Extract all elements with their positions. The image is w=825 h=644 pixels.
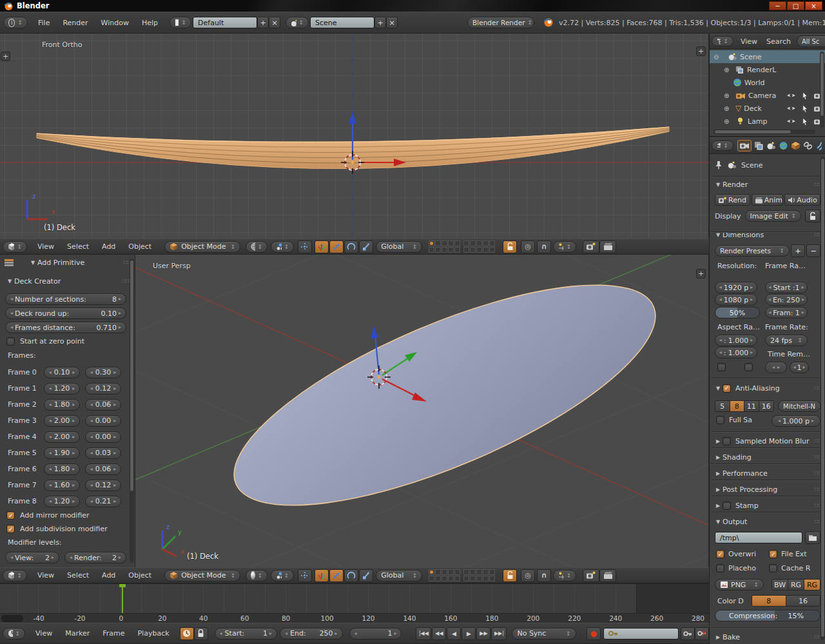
post-processing-section-header[interactable]: ▶ Post Processing ∷∷ — [710, 483, 825, 496]
output-section-header[interactable]: ▼ Output ∷∷ — [710, 515, 825, 528]
layer-group-2[interactable] — [463, 569, 495, 581]
render-opengl-button[interactable] — [583, 569, 599, 582]
channel-rgba[interactable]: RG — [804, 580, 820, 590]
layout-name-field[interactable]: Default — [193, 17, 257, 28]
placeholders-checkbox[interactable] — [716, 564, 724, 572]
resolution-x-field[interactable]: ◂1920 p▸ — [715, 282, 757, 293]
render-still-button[interactable]: Rend — [715, 194, 750, 206]
select-menu[interactable]: Select — [61, 242, 95, 251]
file-extensions-checkbox[interactable]: ✓ — [769, 550, 777, 558]
file-menu[interactable]: File — [32, 19, 56, 27]
scale-button[interactable] — [359, 569, 373, 582]
frame-height-field[interactable]: ◂0.12▸ — [85, 480, 121, 491]
resolution-y-field[interactable]: ◂1080 p▸ — [715, 294, 757, 306]
lock-to-scene-button[interactable] — [503, 569, 517, 582]
tab-world[interactable] — [779, 141, 788, 150]
properties-scrollbar[interactable] — [820, 157, 825, 640]
shading-section-header[interactable]: ▶ Shading ∷∷ — [710, 451, 825, 463]
frame-width-field[interactable]: ◂1.60▸ — [44, 480, 80, 491]
aa-samples-16[interactable]: 16 — [759, 401, 773, 411]
snap-element-dropdown[interactable]: ↕ — [553, 570, 576, 581]
frame-width-field[interactable]: ◂2.00▸ — [44, 415, 80, 427]
frame-height-field[interactable]: ◂0.12▸ — [85, 383, 121, 395]
frame-width-field[interactable]: ◂1.90▸ — [44, 447, 80, 459]
rotate-button[interactable] — [344, 569, 358, 582]
aa-samples-5[interactable]: 5 — [715, 401, 730, 411]
add-scene-button[interactable]: + — [374, 17, 386, 28]
tab-constraints[interactable] — [803, 141, 813, 150]
tab-render[interactable] — [737, 140, 752, 151]
outliner-item-lamp[interactable]: ⊕ Lamp — [710, 115, 825, 128]
play-reverse-button[interactable]: ◀ — [447, 627, 461, 640]
frame-height-field[interactable]: ◂0.06▸ — [85, 463, 121, 475]
visibility-eye-icon[interactable] — [786, 92, 796, 99]
toolshelf-scrollbar[interactable] — [130, 259, 134, 563]
transform-orientation-dropdown[interactable]: Global↕ — [376, 570, 422, 581]
tab-object[interactable] — [791, 141, 801, 150]
aa-samples-11[interactable]: 11 — [744, 401, 759, 411]
frame-width-field[interactable]: ◂2.00▸ — [44, 431, 80, 443]
pin-icon[interactable] — [715, 161, 723, 170]
dimensions-section-header[interactable]: ▼ Dimensions ∷∷ — [710, 228, 825, 242]
collapse-icon[interactable]: ▼ — [28, 260, 37, 266]
add-preset-button[interactable]: + — [791, 244, 805, 257]
translate-button[interactable] — [329, 569, 344, 582]
layer-group-1[interactable] — [429, 240, 460, 253]
sync-mode-dropdown[interactable]: No Sync↕ — [512, 628, 576, 639]
frame-height-field[interactable]: ◂0.21▸ — [85, 496, 121, 507]
visibility-eye-icon[interactable] — [786, 118, 796, 124]
snap-magnet-button[interactable]: ∩ — [537, 569, 551, 582]
delete-keyframe-button[interactable] — [695, 627, 709, 640]
collapse-icon[interactable]: ▶ — [7, 277, 13, 286]
depth-16[interactable]: 16 — [786, 596, 820, 606]
viewport-user-persp[interactable]: z y x User Persp (1) Deck + — [135, 255, 709, 567]
view-menu[interactable]: View — [31, 242, 61, 251]
render-animation-button[interactable]: Anim — [752, 194, 784, 206]
antialiasing-checkbox[interactable]: ✓ — [723, 384, 731, 393]
playhead[interactable] — [122, 584, 123, 614]
outliner-item-renderlayer[interactable]: ⊕ RenderL — [710, 63, 825, 76]
bake-section-header[interactable]: ▶ Bake ∷∷ — [710, 630, 825, 643]
outliner-filter-dropdown[interactable]: All Sc — [797, 35, 825, 47]
frame-width-field[interactable]: ◂1.80▸ — [44, 463, 80, 475]
timeline-frame-menu[interactable]: Frame — [96, 629, 131, 638]
render-engine-dropdown[interactable]: Blender Render↕ — [467, 17, 534, 28]
outliner-v-scrollbar[interactable] — [820, 52, 824, 128]
maximize-button[interactable]: □ — [787, 1, 804, 10]
frames-distance-field[interactable]: ◂Frames distance: 0.710▸ — [5, 322, 126, 333]
selectability-cursor-icon[interactable] — [801, 92, 808, 100]
add-menu[interactable]: Add — [95, 242, 122, 251]
selectability-cursor-icon[interactable] — [801, 104, 808, 113]
timeline-ruler[interactable]: -40-200204060801001201401601802002202402… — [0, 613, 709, 623]
minimize-button[interactable]: ─ — [769, 1, 786, 10]
viewport-front-ortho[interactable]: z x Front Ortho (1) Deck + + — [0, 34, 709, 239]
render-opengl-button[interactable] — [583, 240, 599, 253]
pivot-point-dropdown[interactable]: ↕ — [271, 570, 294, 581]
panel-menu-icon[interactable] — [4, 259, 14, 266]
border-checkbox[interactable] — [717, 363, 726, 371]
screen-layout-button[interactable]: ↕ — [170, 17, 191, 28]
frame-height-field[interactable]: ◂0.00▸ — [85, 415, 121, 427]
channel-bw[interactable]: BW — [772, 580, 788, 590]
aa-samples-8[interactable]: 8 — [730, 401, 745, 411]
playhead-marker[interactable] — [119, 584, 126, 587]
antialiasing-section-header[interactable]: ▼ ✓ Anti-Aliasing ∷∷ — [710, 382, 825, 395]
editor-type-button[interactable]: ↕ — [712, 36, 733, 46]
performance-section-header[interactable]: ▶ Performance ∷∷ — [710, 467, 825, 480]
frame-start-field[interactable]: ◂Start :1▸ — [765, 282, 808, 293]
timeline-keyframe-area[interactable] — [0, 583, 709, 613]
jump-to-end-button[interactable]: ▶▶| — [491, 627, 507, 640]
proportional-edit-button[interactable]: ◎ — [521, 569, 535, 582]
channel-rgb[interactable]: RG — [788, 580, 804, 590]
render-opengl-anim-button[interactable] — [599, 569, 616, 582]
file-format-dropdown[interactable]: PNG↕ — [715, 579, 764, 590]
insert-keyframe-button[interactable] — [681, 627, 695, 640]
snap-magnet-button[interactable]: ∩ — [537, 240, 551, 253]
editor-type-button[interactable]: ↕ — [3, 570, 27, 581]
panel-drag-dots[interactable]: ∷∷ — [122, 278, 130, 284]
resolution-percentage-slider[interactable]: 50% — [715, 307, 760, 318]
visibility-eye-icon[interactable] — [786, 105, 796, 112]
keying-set-field[interactable] — [603, 628, 679, 639]
display-mode-dropdown[interactable]: Image Edit↕ — [745, 210, 801, 222]
outliner-item-world[interactable]: World — [710, 76, 825, 89]
